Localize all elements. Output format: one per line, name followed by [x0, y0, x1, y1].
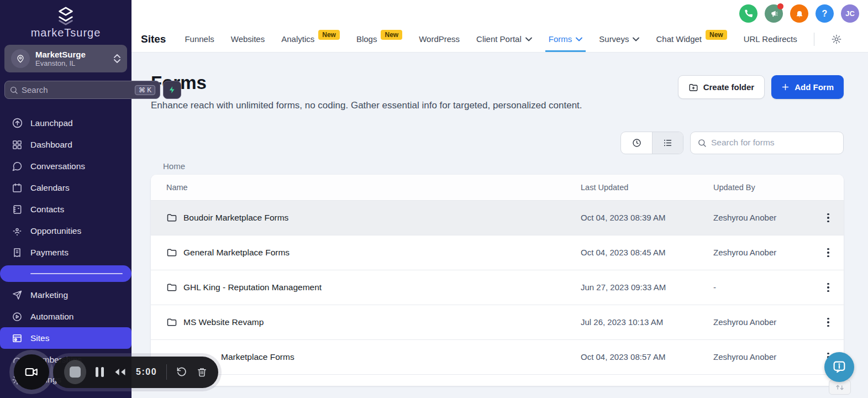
sidebar-item-opportunities[interactable]: Opportunities: [0, 220, 131, 242]
sidebar-divider-highlight: [0, 265, 131, 282]
page-content: Forms Enhance reach with unlimited forms…: [131, 53, 868, 398]
sidebar-item-launchpad[interactable]: Launchpad: [0, 112, 131, 134]
support-chat-button[interactable]: [824, 352, 854, 382]
view-toggle: [620, 132, 683, 154]
restart-recording-button[interactable]: [176, 366, 187, 378]
launchpad-icon: [11, 117, 23, 129]
header-icon-row: ? JC: [739, 4, 859, 23]
sidebar-item-label: Conversations: [30, 161, 85, 171]
table-row[interactable]: MS Website Revamp Jul 26, 2023 10:13 AM …: [151, 305, 844, 340]
account-location: Evanston, IL: [35, 59, 86, 67]
sidebar-item-automation[interactable]: Automation: [0, 306, 131, 327]
sidebar-item-label: Marketing: [30, 290, 68, 300]
page-head: Forms Enhance reach with unlimited forms…: [151, 74, 844, 113]
tab-blogs[interactable]: BlogsNew: [356, 26, 402, 52]
table-row[interactable]: Marketplace Forms Oct 04, 2023 08:57 AM …: [151, 340, 844, 375]
forms-toolbar: [151, 132, 844, 154]
forms-search-input[interactable]: [711, 138, 837, 148]
sidebar-item-payments[interactable]: Payments: [0, 242, 131, 263]
contacts-book-icon: [11, 203, 23, 216]
folder-name: MS Website Revamp: [183, 317, 264, 327]
updated-by-cell: -: [713, 282, 822, 292]
screen-recorder-controls: 5:00: [14, 354, 218, 390]
list-icon: [662, 138, 673, 148]
pause-recording-button[interactable]: [96, 367, 104, 377]
search-shortcut-chip: ⌘ K: [135, 85, 155, 95]
stop-recording-button[interactable]: [64, 360, 86, 384]
payments-icon: [11, 247, 23, 259]
sidebar-item-sites[interactable]: Sites: [0, 327, 131, 349]
chevron-down-icon: [633, 37, 639, 41]
sidebar-item-marketing[interactable]: Marketing: [0, 284, 131, 306]
recent-view-button[interactable]: [621, 132, 652, 154]
tab-chat-widget[interactable]: Chat WidgetNew: [656, 26, 727, 52]
restart-icon: [176, 366, 187, 378]
breadcrumb[interactable]: Home: [163, 161, 844, 171]
row-actions-menu[interactable]: [822, 278, 835, 297]
megaphone-icon: [770, 9, 778, 18]
chevron-down-icon: [576, 37, 582, 41]
notifications-button[interactable]: [790, 4, 808, 23]
scroll-buttons[interactable]: [829, 380, 851, 395]
last-updated-cell: Jul 26, 2023 10:13 AM: [581, 317, 713, 327]
add-form-button[interactable]: Add Form: [771, 75, 844, 99]
help-button[interactable]: ?: [816, 4, 834, 23]
tab-wordpress[interactable]: WordPress: [419, 26, 460, 52]
table-row[interactable]: GHL King - Reputation Management Jun 27,…: [151, 270, 844, 305]
tab-client-portal[interactable]: Client Portal: [476, 26, 532, 52]
section-title: Sites: [141, 33, 166, 45]
sidebar-item-calendars[interactable]: Calendars: [0, 177, 131, 198]
phone-button[interactable]: [739, 4, 757, 23]
quick-actions-button[interactable]: [163, 81, 181, 99]
sidebar-item-dashboard[interactable]: Dashboard: [0, 134, 131, 155]
table-row[interactable]: Boudoir Marketplace Forms Oct 04, 2023 0…: [151, 201, 844, 235]
tab-analytics[interactable]: AnalyticsNew: [281, 26, 340, 52]
video-camera-icon: [24, 365, 39, 379]
nav-divider: [814, 33, 814, 46]
page-title: Forms: [151, 74, 582, 93]
opportunities-icon: [11, 225, 23, 237]
folder-icon: [166, 247, 177, 258]
sidebar-search[interactable]: ⌘ K: [4, 81, 160, 99]
updated-by-cell: Zeshyrou Anober: [713, 317, 822, 327]
rewind-icon: [113, 366, 127, 378]
recording-time: 5:00: [136, 367, 157, 377]
row-actions-menu[interactable]: [822, 313, 835, 332]
new-badge: New: [706, 30, 727, 40]
announcements-button[interactable]: [765, 4, 783, 23]
calendar-icon: [11, 182, 23, 194]
search-icon: [697, 138, 707, 148]
subnav-settings-button[interactable]: [831, 34, 842, 45]
location-pin-icon: [15, 54, 25, 64]
updated-by-cell: Zeshyrou Anober: [713, 248, 822, 257]
sidebar-item-label: Opportunities: [30, 226, 81, 236]
tab-surveys[interactable]: Surveys: [599, 26, 639, 52]
forms-search[interactable]: [690, 132, 844, 154]
create-folder-button[interactable]: Create folder: [678, 75, 765, 99]
sidebar-item-conversations[interactable]: Conversations: [0, 155, 131, 177]
sidebar-item-label: Contacts: [30, 205, 64, 214]
tab-forms[interactable]: Forms: [549, 26, 583, 52]
table-row[interactable]: General Marketplace Forms Oct 04, 2023 0…: [151, 235, 844, 270]
rewind-button[interactable]: [113, 366, 127, 378]
main-area: ? JC Sites Funnels Websites AnalyticsNew…: [131, 0, 868, 398]
delete-recording-button[interactable]: [197, 366, 207, 378]
camera-bubble-button[interactable]: [14, 354, 49, 390]
account-chevrons-icon: [114, 54, 120, 63]
gear-icon: [831, 34, 842, 45]
tab-url-redirects[interactable]: URL Redirects: [744, 26, 797, 52]
tab-funnels[interactable]: Funnels: [185, 26, 214, 52]
row-actions-menu[interactable]: [822, 208, 835, 227]
table-row-partial: [151, 375, 844, 385]
chat-bubble-icon: [11, 160, 23, 172]
play-circle-icon: [11, 311, 23, 323]
app-window: markeTsurge MarketSurge Evanston, IL: [0, 0, 868, 398]
list-view-button[interactable]: [652, 132, 683, 154]
lightning-bolt-icon: [168, 86, 176, 94]
user-avatar[interactable]: JC: [841, 4, 859, 23]
account-switcher[interactable]: MarketSurge Evanston, IL: [4, 45, 127, 72]
tab-websites[interactable]: Websites: [231, 26, 265, 52]
row-actions-menu[interactable]: [822, 243, 835, 262]
sidebar-item-contacts[interactable]: Contacts: [0, 198, 131, 220]
sidebar-search-input[interactable]: [22, 85, 131, 95]
